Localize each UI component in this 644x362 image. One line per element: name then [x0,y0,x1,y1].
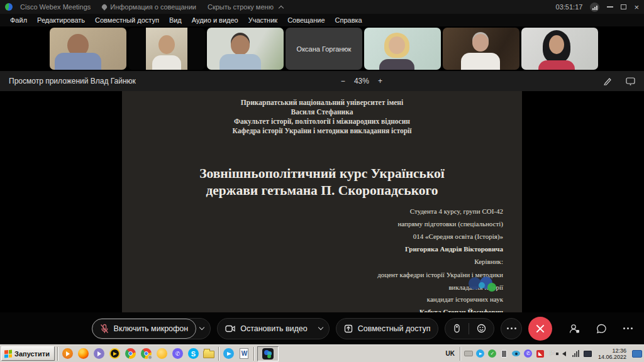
presentation-slide: Прикарпатський національний університет … [122,91,522,312]
media-player-icon[interactable] [61,347,74,360]
taskbar-separator [218,347,219,361]
ellipsis-icon [507,327,516,329]
chrome-icon[interactable] [124,347,137,360]
participant-figure [461,53,500,70]
connection-signal-icon[interactable] [590,3,599,12]
more-panels-button[interactable] [623,327,633,329]
hide-menubar-button[interactable]: Скрыть строку меню [204,3,287,11]
participant-figure [219,54,261,70]
zoom-in-button[interactable]: + [378,77,382,85]
leave-meeting-button[interactable] [528,317,552,341]
keyboard-tray-icon[interactable] [464,349,473,358]
restore-button[interactable] [621,4,626,9]
participant-figure [538,60,575,70]
participant-video[interactable] [128,28,205,70]
webex-logo-icon [5,3,13,11]
menu-edit[interactable]: Редактировать [32,16,90,24]
chrome-canary-icon[interactable] [155,347,169,360]
menu-audio-video[interactable]: Аудио и видео [187,16,243,24]
participant-figure [389,36,405,54]
webex-task-button[interactable] [257,346,279,361]
start-button[interactable]: Запустити [1,346,55,361]
participant-video[interactable] [50,28,126,70]
flag-tray-icon[interactable]: ⚐ [548,349,557,358]
close-button[interactable]: × [634,3,639,11]
reactions-button[interactable] [469,319,494,339]
network-tray-icon[interactable] [572,349,580,358]
menubar: Файл Редактировать Совместный доступ Вид… [0,14,644,26]
chat-icon [596,324,607,334]
eye-tray-icon[interactable] [512,349,521,358]
more-options-button[interactable] [501,318,522,339]
participants-panel-button[interactable] [569,324,580,334]
stop-video-button[interactable]: Остановить видео [218,319,315,339]
stop-video-label: Остановить видео [240,324,308,333]
participant-figure [472,34,489,52]
telegram-tray-icon[interactable] [476,349,485,358]
participant-figure [55,53,101,70]
download-manager-tray-icon[interactable]: ◣ [536,349,545,358]
show-desktop-button[interactable] [632,350,642,358]
meeting-timer: 03:51:17 [556,3,583,11]
antivirus-tray-icon[interactable]: ✓ [488,349,497,358]
mic-options-button[interactable] [196,319,210,339]
video-options-button[interactable] [315,319,329,339]
language-indicator[interactable]: UK [444,349,457,358]
clipboard-tray-icon[interactable] [500,349,509,358]
slide-title: Зовнішньополітичний курс Української дер… [122,165,522,199]
chrome-profile-icon[interactable] [140,347,153,360]
volume-tray-icon[interactable] [560,349,569,358]
zoom-level[interactable]: 43% [354,77,369,85]
skype-icon[interactable]: S [187,347,200,360]
display-tray-icon[interactable] [584,349,592,358]
menu-file[interactable]: Файл [5,16,32,24]
webex-window: Cisco Webex Meetings Информация о совеща… [0,0,644,362]
telegram-icon[interactable] [222,347,235,360]
participant-video[interactable] [521,28,598,70]
viber-icon[interactable]: ✆ [171,347,184,360]
shared-view-title: Просмотр приложений Влад Гайнюк [9,77,136,85]
participant-name: Оксана Горганюк [297,45,352,53]
aimp-icon[interactable] [108,347,121,360]
unmute-label: Включить микрофон [114,324,189,333]
webex-app-icon [262,348,274,359]
system-tray: UK ✓ ✆ ◣ ⚐ 12:36 14.06.2022 [444,347,643,361]
unmute-button-group: Включить микрофон [92,318,211,339]
record-button[interactable] [445,319,469,339]
clock-date: 14.06.2022 [598,354,626,360]
share-content-button[interactable]: Совместный доступ [336,319,438,339]
clock-time: 12:36 [598,348,626,354]
chat-panel-button[interactable] [596,324,607,334]
slide-detail-line: доцент кафедри історії України і методик… [122,270,503,279]
kmplayer-icon[interactable] [92,347,106,360]
file-manager-icon[interactable] [203,347,216,360]
windows-logo-icon [4,349,12,358]
slide-detail-line: 014 «Середня освіта (Історія)» [122,233,503,241]
minimize-button[interactable] [607,6,613,8]
menu-share[interactable]: Совместный доступ [90,16,164,24]
firefox-icon[interactable] [77,347,90,360]
viber-tray-icon[interactable]: ✆ [524,349,533,358]
word-icon[interactable]: W [238,347,251,360]
slide-detail-line: Керівник: [122,258,503,266]
participant-name-card[interactable]: Оксана Горганюк [286,28,362,70]
participant-video[interactable] [207,28,284,70]
display-icon[interactable] [626,77,635,85]
meeting-info-button[interactable]: Информация о совещании [98,3,200,11]
menu-participant[interactable]: Участник [243,16,282,24]
meeting-info-icon [101,3,108,10]
taskbar-separator [460,347,461,361]
participant-video[interactable] [364,28,441,70]
taskbar-clock[interactable]: 12:36 14.06.2022 [596,348,629,360]
annotate-icon[interactable] [603,77,612,85]
menu-help[interactable]: Справка [330,16,367,24]
zoom-out-button[interactable]: − [341,77,345,85]
menu-meeting[interactable]: Совещание [282,16,330,24]
menu-view[interactable]: Вид [164,16,187,24]
slide-detail-line: кандидат історичних наук [122,295,503,304]
camera-icon [225,325,235,332]
unmute-button[interactable]: Включить микрофон [92,319,197,339]
share-button-group: Совместный доступ [336,318,439,339]
participant-video[interactable] [443,28,519,70]
slide-credits: Студента 4 курсу, групи СОІ-42 напряму п… [122,207,522,316]
